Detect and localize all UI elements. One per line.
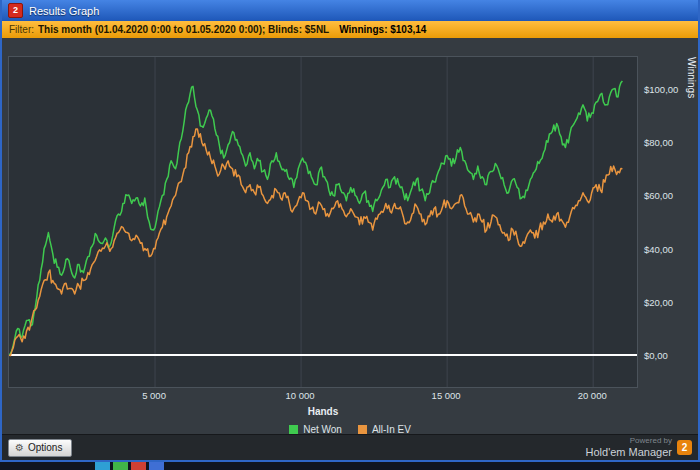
series-line-all-in-ev bbox=[9, 129, 622, 356]
options-icon: ⚙ bbox=[15, 443, 24, 453]
legend-swatch bbox=[289, 425, 298, 434]
series-line-net-won bbox=[9, 81, 622, 355]
filter-criteria: This month (01.04.2020 0:00 to 01.05.202… bbox=[38, 24, 329, 35]
filter-winnings: Winnings: $103,14 bbox=[339, 24, 426, 35]
filter-bar[interactable]: Filter: This month (01.04.2020 0:00 to 0… bbox=[2, 21, 698, 38]
results-graph-window: 2 Results Graph Filter: This month (01.0… bbox=[0, 0, 700, 462]
status-bar: ⚙ Options Powered by Hold'em Manager 2 bbox=[2, 434, 698, 460]
legend-item-all-in-ev: All-In EV bbox=[358, 424, 411, 435]
y-tick-label: $100,00 bbox=[644, 84, 678, 95]
y-tick-label: $80,00 bbox=[644, 137, 673, 148]
powered-by-text: Powered by bbox=[630, 437, 672, 446]
taskbar-item[interactable] bbox=[113, 462, 128, 470]
chart-area: $0,00$20,00$40,00$60,00$80,00$100,00 5 0… bbox=[2, 38, 698, 434]
taskbar-item[interactable] bbox=[95, 462, 110, 470]
legend-item-net-won: Net Won bbox=[289, 424, 342, 435]
window-title: Results Graph bbox=[29, 5, 99, 17]
brand-name: Hold'em Manager bbox=[586, 446, 672, 458]
y-tick-label: $60,00 bbox=[644, 190, 673, 201]
holdem-manager-logo-icon: 2 bbox=[677, 440, 692, 455]
y-tick-label: $20,00 bbox=[644, 297, 673, 308]
plot-region bbox=[8, 56, 638, 388]
x-axis: 5 00010 00015 00020 000 bbox=[8, 390, 638, 402]
powered-by-block: Powered by Hold'em Manager 2 bbox=[586, 437, 692, 458]
x-tick-label: 15 000 bbox=[424, 390, 468, 401]
app-icon: 2 bbox=[8, 3, 23, 18]
x-axis-title: Hands bbox=[8, 406, 638, 417]
y-tick-label: $40,00 bbox=[644, 244, 673, 255]
chart-svg bbox=[9, 57, 637, 387]
taskbar-item[interactable] bbox=[131, 462, 146, 470]
y-tick-label: $0,00 bbox=[644, 350, 668, 361]
taskbar-items bbox=[95, 462, 164, 470]
legend: Net WonAll-In EV bbox=[2, 424, 698, 435]
x-tick-label: 10 000 bbox=[278, 390, 322, 401]
legend-swatch bbox=[358, 425, 367, 434]
title-bar[interactable]: 2 Results Graph bbox=[2, 0, 698, 21]
y-axis-title: Winnings bbox=[686, 57, 697, 387]
filter-label: Filter: bbox=[9, 24, 34, 35]
taskbar-item[interactable] bbox=[149, 462, 164, 470]
legend-label: All-In EV bbox=[372, 424, 411, 435]
taskbar[interactable] bbox=[0, 462, 700, 470]
x-tick-label: 5 000 bbox=[132, 390, 176, 401]
options-label: Options bbox=[28, 442, 62, 453]
x-tick-label: 20 000 bbox=[570, 390, 614, 401]
options-button[interactable]: ⚙ Options bbox=[8, 439, 72, 457]
legend-label: Net Won bbox=[303, 424, 342, 435]
